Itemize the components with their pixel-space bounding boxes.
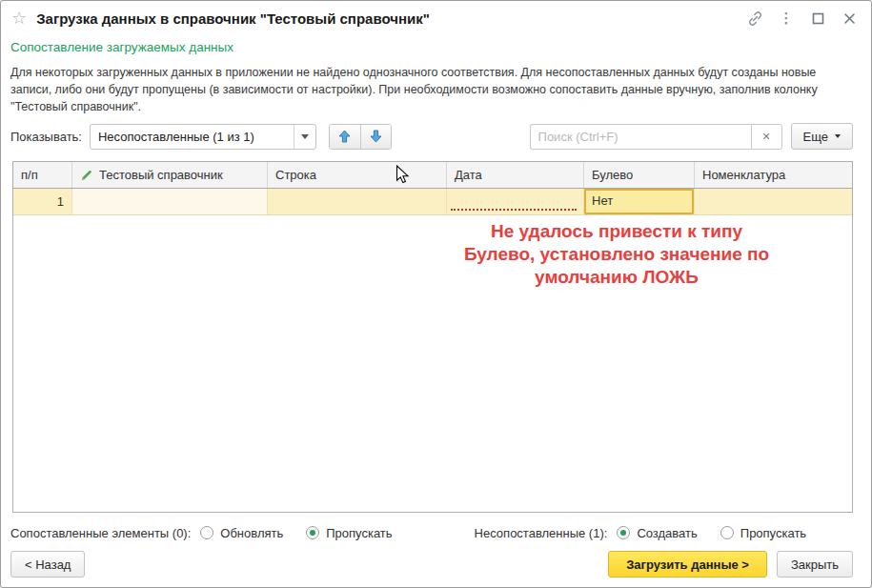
maximize-icon[interactable]: [809, 10, 826, 27]
column-header-date[interactable]: Дата: [447, 162, 584, 188]
radio-unmatched-create[interactable]: Создавать: [617, 526, 697, 540]
mouse-cursor-icon: [395, 165, 410, 189]
pencil-icon: [80, 169, 93, 182]
selected-cell-value[interactable]: Нет: [584, 189, 694, 214]
column-header-test-ref[interactable]: Тестовый справочник: [72, 162, 268, 188]
load-data-button[interactable]: Загрузить данные >: [608, 551, 767, 578]
radio-checked-icon[interactable]: [617, 526, 630, 539]
radio-icon[interactable]: [720, 526, 734, 539]
bottom-button-bar: < Назад Загрузить данные > Закрыть: [10, 551, 853, 578]
annotation-line: умолчанию ЛОЖЬ: [416, 266, 818, 289]
radio-matched-update[interactable]: Обновлять: [200, 526, 283, 540]
dialog-window: ☆ Загрузка данных в справочник "Тестовый…: [0, 0, 872, 588]
radio-label: Пропускать: [740, 526, 806, 540]
title-bar: ☆ Загрузка данных в справочник "Тестовый…: [1, 1, 871, 35]
arrow-down-icon: [370, 130, 382, 143]
close-button[interactable]: Закрыть: [777, 551, 853, 578]
move-down-button[interactable]: [360, 125, 391, 149]
radio-matched-skip[interactable]: Пропускать: [306, 526, 392, 540]
filter-dropdown[interactable]: Несопоставленные (1 из 1): [90, 124, 316, 150]
import-options: Сопоставленные элементы (0): Обновлять П…: [10, 522, 829, 543]
radio-label: Создавать: [637, 526, 697, 540]
page-subtitle: Сопоставление загружаемых данных: [10, 40, 233, 54]
chevron-down-icon[interactable]: [294, 125, 315, 149]
favorite-star-icon[interactable]: ☆: [11, 10, 27, 27]
move-up-button[interactable]: [330, 125, 360, 149]
annotation-line: Булево, установлено значение по: [416, 243, 818, 266]
back-button[interactable]: < Назад: [10, 551, 85, 578]
search-input[interactable]: [530, 124, 751, 150]
radio-unmatched-skip[interactable]: Пропускать: [720, 526, 806, 540]
table-header-row: п/п Тестовый справочник Строка Дата Буле…: [13, 162, 852, 189]
date-cell[interactable]: [447, 189, 584, 214]
window-title: Загрузка данных в справочник "Тестовый с…: [36, 10, 430, 27]
date-error-underline: [451, 209, 577, 211]
chevron-down-icon: [835, 134, 841, 138]
filter-dropdown-value: Несопоставленные (1 из 1): [91, 125, 294, 149]
column-header-nomenclature[interactable]: Номенклатура: [695, 162, 852, 188]
column-header-string[interactable]: Строка: [268, 162, 447, 188]
row-number-cell[interactable]: 1: [13, 189, 72, 214]
string-cell[interactable]: [268, 189, 447, 214]
show-label: Показывать:: [10, 130, 82, 144]
filter-toolbar: Показывать: Несопоставленные (1 из 1) × …: [10, 123, 853, 150]
matched-options-label: Сопоставленные элементы (0):: [10, 526, 191, 540]
radio-label: Пропускать: [326, 526, 392, 540]
close-icon[interactable]: [841, 10, 858, 27]
kebab-menu-icon[interactable]: ⋮: [778, 10, 795, 27]
error-annotation: Не удалось привести к типу Булево, устан…: [416, 220, 818, 289]
more-button-label: Еще: [803, 130, 828, 144]
test-ref-cell[interactable]: [72, 189, 268, 214]
radio-checked-icon[interactable]: [306, 526, 319, 539]
unmatched-options-label: Несопоставленные (1):: [475, 526, 608, 540]
arrow-up-icon: [338, 130, 351, 143]
column-header-num[interactable]: п/п: [13, 162, 72, 188]
table-row[interactable]: 1 Нет: [13, 189, 852, 215]
nomenclature-cell[interactable]: [695, 189, 852, 214]
radio-label: Обновлять: [220, 526, 283, 540]
radio-icon[interactable]: [200, 526, 213, 539]
get-link-icon[interactable]: [746, 10, 763, 27]
boolean-cell[interactable]: Нет: [584, 189, 695, 214]
annotation-line: Не удалось привести к типу: [416, 220, 818, 243]
clear-search-icon[interactable]: ×: [751, 124, 782, 150]
column-header-boolean[interactable]: Булево: [584, 162, 695, 188]
more-button[interactable]: Еще: [791, 123, 853, 150]
mapping-table[interactable]: п/п Тестовый справочник Строка Дата Буле…: [12, 161, 853, 513]
description-text: Для некоторых загруженных данных в прило…: [10, 64, 830, 115]
